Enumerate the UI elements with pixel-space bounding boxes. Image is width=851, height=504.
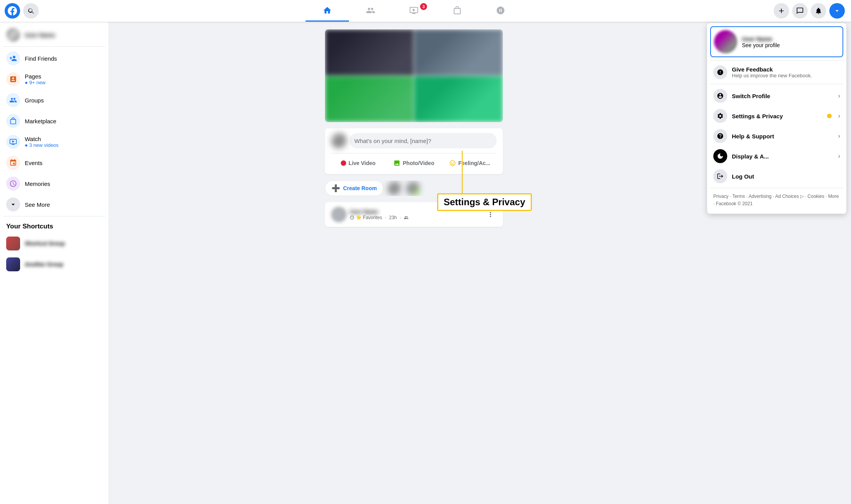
- nav-watch[interactable]: 3: [392, 0, 436, 22]
- nav-groups[interactable]: [479, 0, 522, 22]
- settings-privacy-text: Settings & Privacy: [732, 113, 834, 119]
- user-avatar: [6, 28, 20, 42]
- post-time-label: 23h: [389, 215, 397, 220]
- help-support-menu-item[interactable]: Help & Support ›: [710, 126, 843, 146]
- shortcut-label-1: Shortcut Group: [25, 240, 65, 247]
- menu-footer: Privacy · Terms · Advertising · Ad Choic…: [710, 190, 843, 211]
- sidebar-item-find-friends[interactable]: Find Friends: [3, 48, 105, 68]
- give-feedback-menu-item[interactable]: Give Feedback Help us improve the new Fa…: [710, 62, 843, 82]
- facebook-logo[interactable]: [5, 3, 20, 19]
- mosaic-2: [414, 29, 503, 75]
- see-more-label: See More: [25, 201, 50, 208]
- sidebar-user[interactable]: User Name: [3, 25, 105, 45]
- post-box-top: What's on your mind, [name]?: [331, 133, 497, 148]
- pages-info: Pages ● 9+ new: [25, 73, 46, 85]
- composer-avatar: [331, 133, 347, 148]
- post-placeholder: What's on your mind, [name]?: [354, 138, 431, 144]
- post-composer: What's on your mind, [name]? Live Video …: [325, 128, 503, 174]
- shortcuts-header: Your Shortcuts: [3, 220, 105, 233]
- sidebar-item-pages[interactable]: Pages ● 9+ new: [3, 69, 105, 89]
- user-name-label: User Name: [25, 32, 55, 38]
- menu-divider-1: [710, 60, 843, 61]
- sidebar-item-memories[interactable]: Memories: [3, 174, 105, 194]
- footer-terms[interactable]: Terms: [732, 194, 745, 199]
- switch-profile-chevron: ›: [838, 92, 840, 99]
- left-sidebar: User Name Find Friends Pages ● 9+ new Gr…: [0, 22, 108, 504]
- see-more-icon: [6, 198, 20, 211]
- watch-info: Watch ● 3 new videos: [25, 136, 58, 148]
- nav-left: [0, 3, 108, 19]
- mosaic-3: [325, 76, 414, 122]
- footer-copyright: Facebook © 2021: [716, 201, 753, 206]
- footer-more[interactable]: More: [828, 194, 839, 199]
- marketplace-label: Marketplace: [25, 118, 56, 124]
- settings-privacy-chevron: ›: [838, 112, 840, 119]
- nav-marketplace[interactable]: [436, 0, 479, 22]
- help-support-label: Help & Support: [732, 133, 834, 140]
- live-icon: [341, 160, 346, 166]
- notifications-button[interactable]: [811, 3, 826, 19]
- menu-divider-2: [710, 84, 843, 84]
- footer-cookies[interactable]: Cookies: [808, 194, 824, 199]
- help-support-text: Help & Support: [732, 133, 834, 140]
- post-input[interactable]: What's on your mind, [name]?: [350, 133, 497, 148]
- logout-icon: [713, 169, 727, 183]
- post-header: User Name ⭐ Favorites · 23h ·: [325, 202, 503, 227]
- settings-privacy-label: Settings & Privacy: [732, 113, 834, 119]
- post-time: ⭐ Favorites · 23h ·: [350, 215, 481, 220]
- display-icon: [713, 149, 727, 163]
- shortcut-item-1[interactable]: Shortcut Group: [3, 233, 105, 254]
- post-user-avatar: [331, 207, 347, 222]
- footer-advertising[interactable]: Advertising: [748, 194, 771, 199]
- help-support-chevron: ›: [838, 133, 840, 140]
- nav-home[interactable]: [306, 0, 349, 22]
- sidebar-item-marketplace[interactable]: Marketplace: [3, 111, 105, 131]
- settings-privacy-menu-item[interactable]: Settings & Privacy ›: [710, 106, 843, 126]
- footer-ad-choices[interactable]: Ad Choices ▷: [775, 194, 804, 199]
- display-text: Display & A...: [732, 153, 834, 160]
- search-button[interactable]: [23, 3, 39, 19]
- shortcut-thumb-2: [6, 257, 20, 271]
- cover-image: [325, 29, 503, 122]
- sidebar-item-events[interactable]: Events: [3, 153, 105, 173]
- nav-friends[interactable]: [349, 0, 392, 22]
- post-actions: Live Video Photo/Video Feeling/Ac...: [331, 153, 497, 170]
- logout-menu-item[interactable]: Log Out: [710, 166, 843, 186]
- mosaic-4: [414, 76, 503, 122]
- display-chevron: ›: [838, 153, 840, 160]
- switch-profile-menu-item[interactable]: Switch Profile ›: [710, 86, 843, 106]
- logout-label: Log Out: [732, 173, 840, 180]
- room-avatar-1: [386, 180, 402, 196]
- photo-video-btn[interactable]: Photo/Video: [387, 157, 441, 170]
- shortcut-item-2[interactable]: Another Group: [3, 254, 105, 274]
- sidebar-item-watch[interactable]: Watch ● 3 new videos: [3, 132, 105, 152]
- watch-icon: [6, 135, 20, 149]
- create-button[interactable]: [774, 3, 789, 19]
- pages-icon: [6, 72, 20, 86]
- messenger-button[interactable]: [792, 3, 808, 19]
- mosaic-1: [325, 29, 414, 75]
- logout-text: Log Out: [732, 173, 840, 180]
- feeling-btn[interactable]: Feeling/Ac...: [443, 157, 497, 170]
- give-feedback-icon: [713, 65, 727, 79]
- post-meta: User Name ⭐ Favorites · 23h ·: [350, 209, 481, 220]
- account-menu-button[interactable]: [829, 3, 845, 19]
- profile-menu-item[interactable]: User Name See your profile: [710, 26, 843, 57]
- create-room-label: Create Room: [343, 185, 377, 191]
- display-accessibility-menu-item[interactable]: Display & A... ›: [710, 146, 843, 166]
- shortcut-thumb-1: [6, 237, 20, 250]
- footer-privacy[interactable]: Privacy: [713, 194, 728, 199]
- sidebar-item-groups[interactable]: Groups: [3, 90, 105, 110]
- nav-right: [719, 3, 851, 19]
- live-label: Live Video: [349, 160, 376, 166]
- sidebar-item-see-more[interactable]: See More: [3, 194, 105, 215]
- top-navigation: 3: [0, 0, 851, 22]
- marketplace-icon: [6, 114, 20, 128]
- give-feedback-text: Give Feedback Help us improve the new Fa…: [732, 66, 840, 78]
- switch-profile-icon: [713, 89, 727, 103]
- groups-label: Groups: [25, 97, 44, 104]
- post-more-btn[interactable]: [484, 208, 497, 221]
- create-room-button[interactable]: ➕ Create Room: [325, 180, 383, 196]
- live-video-btn[interactable]: Live Video: [331, 157, 385, 170]
- profile-info: User Name See your profile: [742, 36, 780, 48]
